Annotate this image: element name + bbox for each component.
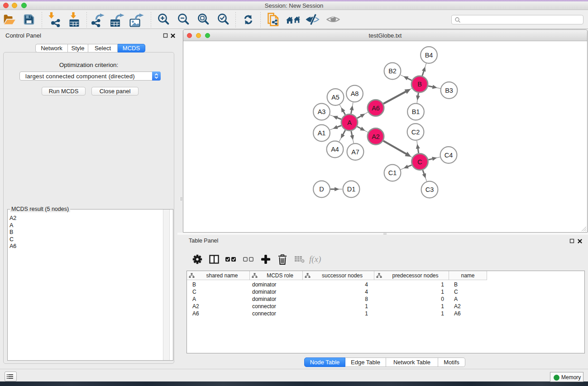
svg-text:A3: A3 <box>318 108 326 115</box>
svg-text:D1: D1 <box>347 186 356 193</box>
svg-text:C: C <box>417 158 422 166</box>
svg-text:A1: A1 <box>318 129 326 137</box>
svg-text:B3: B3 <box>445 87 453 94</box>
svg-text:B2: B2 <box>388 67 397 75</box>
svg-text:B4: B4 <box>425 52 433 59</box>
svg-text:A: A <box>347 119 352 126</box>
svg-text:A8: A8 <box>351 90 359 97</box>
svg-text:C3: C3 <box>425 186 434 193</box>
svg-text:C2: C2 <box>411 129 420 136</box>
svg-text:A5: A5 <box>331 94 339 101</box>
svg-text:B1: B1 <box>412 108 420 115</box>
svg-text:A6: A6 <box>372 105 380 112</box>
svg-text:C4: C4 <box>445 152 453 159</box>
svg-text:D: D <box>319 186 324 193</box>
svg-text:A7: A7 <box>351 148 359 156</box>
svg-text:B: B <box>417 81 422 88</box>
svg-text:A2: A2 <box>372 133 380 140</box>
svg-text:A4: A4 <box>331 146 339 153</box>
svg-text:C1: C1 <box>388 169 397 176</box>
